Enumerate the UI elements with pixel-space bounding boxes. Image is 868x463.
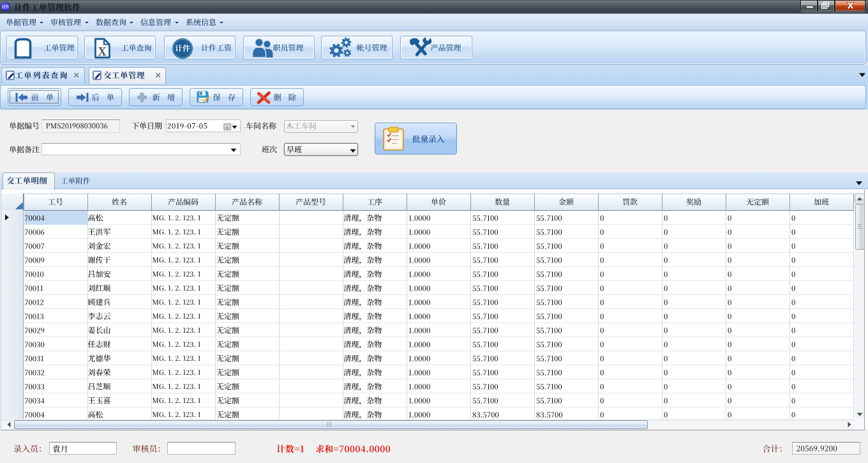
svg-text:X: X xyxy=(98,45,107,58)
